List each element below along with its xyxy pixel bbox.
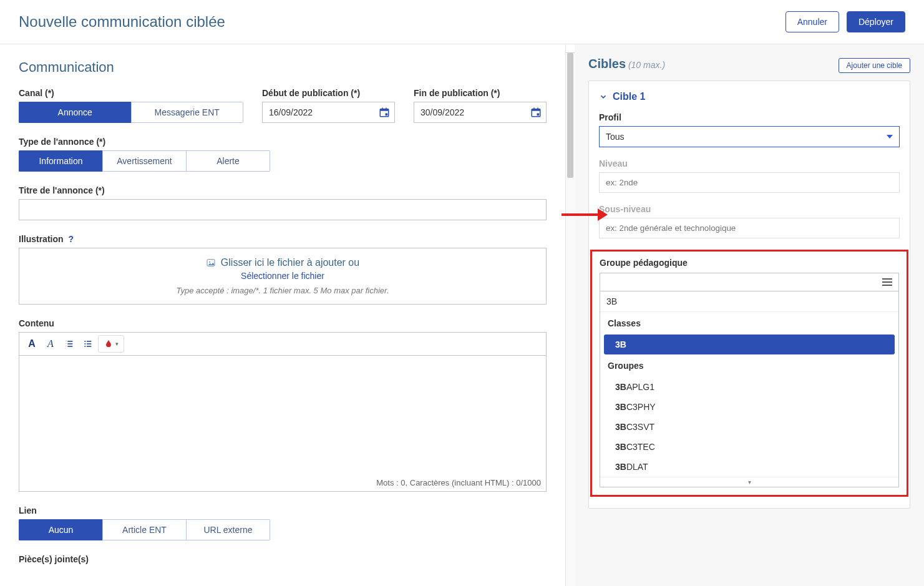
svg-rect-1 [380, 109, 389, 111]
attachments-label: Pièce(s) jointe(s) [19, 554, 547, 564]
select-file-link[interactable]: Sélectionner le fichier [28, 271, 537, 281]
target-1-header[interactable]: Cible 1 [599, 91, 900, 102]
rest-text: C3PHY [626, 402, 656, 412]
title-field-label: Titre de l'annonce (*) [19, 185, 547, 195]
svg-point-13 [84, 343, 85, 344]
start-date-input[interactable] [262, 102, 395, 123]
announce-type-segmented: Information Avertissement Alerte [19, 150, 270, 172]
profile-select[interactable]: Tous [599, 126, 900, 147]
groupe-label: Groupe pédagogique [600, 258, 899, 268]
scrollbar-up-button[interactable] [566, 44, 575, 53]
canal-option-messagerie[interactable]: Messagerie ENT [131, 102, 244, 123]
sous-niveau-input[interactable] [599, 218, 900, 238]
combo-item-3bc3phy[interactable]: 3BC3PHY [600, 397, 898, 417]
targets-max-hint: (10 max.) [628, 60, 665, 70]
illustration-label-text: Illustration [19, 234, 64, 244]
combo-item-3baplg1[interactable]: 3BAPLG1 [600, 377, 898, 397]
canal-segmented: Annonce Messagerie ENT [19, 102, 243, 123]
rest-text: APLG1 [626, 382, 654, 392]
title-input[interactable] [19, 199, 547, 220]
svg-rect-8 [537, 108, 538, 110]
profile-selected-value: Tous [606, 132, 625, 142]
svg-point-11 [209, 261, 210, 263]
link-label: Lien [19, 505, 547, 515]
illustration-label: Illustration ? [19, 234, 547, 244]
italic-button[interactable]: A [42, 335, 59, 353]
link-segmented: Aucun Article ENT URL externe [19, 519, 270, 540]
target-1-title: Cible 1 [613, 91, 645, 102]
unordered-list-button[interactable] [79, 335, 97, 353]
groupe-selected-tags [600, 273, 898, 291]
ordered-list-button[interactable] [61, 335, 78, 353]
editor-content-area[interactable] [19, 356, 546, 474]
match-text: 3B [615, 402, 626, 412]
content: Communication Canal (*) Annonce Messager… [0, 44, 924, 586]
announce-type-label: Type de l'annonce (*) [19, 137, 547, 147]
main-column: Communication Canal (*) Annonce Messager… [0, 44, 565, 586]
add-target-button[interactable]: Ajouter une cible [839, 58, 910, 73]
combo-section-groupes: Groupes [600, 354, 898, 377]
combo-item-3bc3svt[interactable]: 3BC3SVT [600, 417, 898, 437]
link-option-url[interactable]: URL externe [186, 519, 270, 540]
bold-button[interactable]: A [23, 335, 41, 353]
deploy-button[interactable]: Déployer [847, 11, 905, 32]
chevron-down-icon [599, 92, 608, 101]
end-date-label: Fin de publication (*) [414, 88, 547, 98]
match-text: 3B [615, 382, 626, 392]
match-text: 3B [615, 442, 626, 452]
calendar-icon [379, 107, 390, 118]
start-date-field[interactable] [262, 102, 395, 123]
dropzone-hint: Type accepté : image/*. 1 fichier max. 5… [28, 286, 537, 295]
groupe-search-input[interactable] [600, 291, 898, 312]
header-actions: Annuler Déployer [785, 11, 905, 32]
match-text: 3B [615, 339, 626, 349]
editor-toolbar: A A ▾ [19, 333, 546, 356]
cancel-button[interactable]: Annuler [785, 11, 839, 32]
link-option-none[interactable]: Aucun [19, 519, 103, 540]
color-button[interactable]: ▾ [98, 335, 124, 353]
niveau-label: Niveau [599, 159, 900, 168]
match-text: 3B [615, 422, 626, 432]
combo-item-3b[interactable]: 3B [604, 335, 895, 354]
resize-handle-icon[interactable]: ▾ [600, 477, 898, 487]
dropzone-main-text: Glisser ici le fichier à ajouter ou [28, 257, 537, 268]
rich-text-editor: A A ▾ Mots : 0, Caractères (incluant HTM… [19, 332, 547, 492]
help-icon[interactable]: ? [68, 234, 74, 244]
type-option-avertissement[interactable]: Avertissement [102, 150, 187, 172]
editor-counter: Mots : 0, Caractères (incluant HTML) : 0… [19, 474, 546, 491]
groupe-combobox: Classes 3B Groupes 3BAPLG1 3BC3PHY 3BC3S… [600, 273, 899, 487]
start-date-label: Début de publication (*) [262, 88, 395, 98]
combo-item-3bc3tec[interactable]: 3BC3TEC [600, 437, 898, 457]
end-date-input[interactable] [414, 102, 547, 123]
annotation-arrow [562, 213, 599, 216]
illustration-dropzone[interactable]: Glisser ici le fichier à ajouter ou Séle… [19, 248, 547, 305]
svg-rect-6 [532, 109, 540, 111]
end-date-field[interactable] [414, 102, 547, 123]
profile-label: Profil [599, 112, 900, 122]
link-option-article[interactable]: Article ENT [102, 519, 187, 540]
scrollbar-thumb[interactable] [567, 53, 573, 178]
groupe-highlight-box: Groupe pédagogique Classes 3B Groupes 3B… [590, 250, 908, 497]
combo-section-classes: Classes [600, 312, 898, 335]
svg-rect-3 [386, 108, 387, 110]
svg-rect-4 [386, 114, 388, 116]
type-option-information[interactable]: Information [19, 150, 103, 172]
sous-niveau-label: Sous-niveau [599, 204, 900, 214]
rest-text: C3SVT [626, 422, 654, 432]
content-label: Contenu [19, 318, 547, 328]
match-text: 3B [615, 462, 626, 472]
combo-item-3bdlat[interactable]: 3BDLAT [600, 457, 898, 477]
type-option-alerte[interactable]: Alerte [186, 150, 270, 172]
chevron-down-icon [887, 135, 893, 139]
hamburger-icon[interactable] [882, 278, 892, 286]
svg-rect-9 [537, 114, 540, 116]
svg-point-12 [84, 341, 85, 342]
canal-option-annonce[interactable]: Annonce [19, 102, 132, 123]
calendar-icon [530, 107, 542, 118]
niveau-input[interactable] [599, 172, 900, 193]
svg-rect-7 [533, 108, 535, 110]
page-header: Nouvelle communication ciblée Annuler Dé… [0, 0, 924, 44]
main-scrollbar[interactable] [565, 44, 575, 586]
targets-title: Cibles [588, 57, 626, 71]
targets-panel: Cibles (10 max.) Ajouter une cible Cible… [575, 44, 924, 586]
